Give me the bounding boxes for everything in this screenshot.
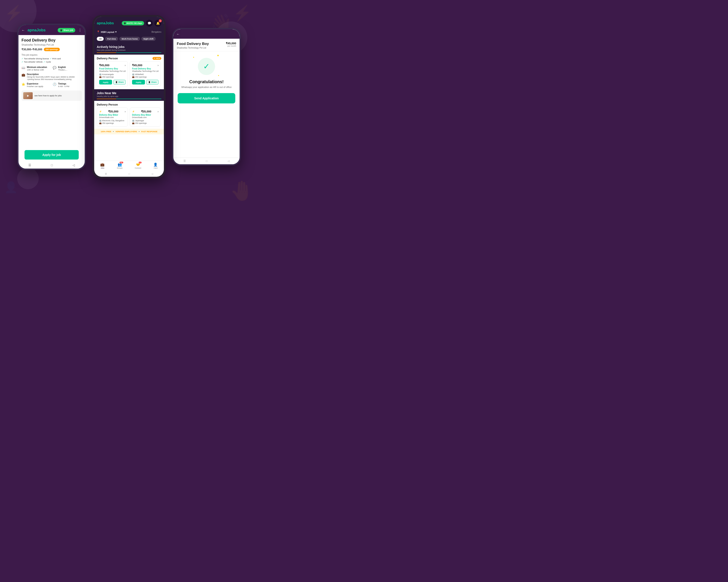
job-salary-3: ⚡ ₹35,000 › <box>99 110 126 113</box>
info-experience: ⭐ Experience Fresher can apply <box>22 83 51 87</box>
dropdown-icon: ▾ <box>115 30 116 33</box>
hamburger-icon[interactable]: ☰ <box>28 163 31 167</box>
section-underline <box>97 52 161 53</box>
apply-button-2[interactable]: Apply <box>132 80 145 84</box>
openings-icon: 💼 <box>99 76 102 78</box>
delivery-category: Delivery Person ✦ NEW <box>94 55 164 61</box>
info-english: 💬 English Thoda L... <box>53 66 82 71</box>
jobs-scroll: Delivery Person ✦ NEW ₹45,000 › Food Del… <box>94 55 164 134</box>
job-salary-4: ⚡ ₹35,000 › <box>132 110 158 113</box>
right-back-icon[interactable]: ← <box>176 32 180 36</box>
right-job-header: Food Delivery Boy Shadowfax Technology P… <box>173 39 240 51</box>
back-nav-icon[interactable]: ◁ <box>151 173 153 175</box>
square-nav-icon[interactable]: □ <box>128 173 130 175</box>
filter-parttime[interactable]: Part-time <box>105 37 118 41</box>
job-openings-1: 💼 250 openings <box>99 76 126 78</box>
location-bar: 📍 HSR Layout ▾ Bengaluru <box>94 29 164 35</box>
education-icon: 📖 <box>22 66 25 70</box>
notification-button[interactable]: 🔔 4 <box>154 20 161 27</box>
square-icon[interactable]: □ <box>206 160 207 162</box>
video-banner[interactable]: ▶ see here how to apply for jobs <box>22 90 82 101</box>
right-screen: ← Food Delivery Boy Shadowfax Technology… <box>173 29 240 164</box>
location-icon: 🏢 <box>132 73 134 76</box>
location-icon: 🏢 <box>99 73 102 76</box>
filter-all[interactable]: All <box>97 37 104 41</box>
left-screen: ← apnaJobs 📱 Share job ⋮ Food Delivery B… <box>19 25 85 168</box>
openings-badge-left: 250 openings <box>44 48 60 51</box>
arrow-icon: › <box>158 110 158 113</box>
section-underline-2 <box>97 99 161 99</box>
app-logo-center: apnaJobs <box>97 21 114 25</box>
apply-job-button[interactable]: Apply for job <box>25 150 79 160</box>
message-icon: 💬 <box>148 22 151 25</box>
congrats-title: Congratulations! <box>178 79 235 84</box>
jobs-row-1: ₹45,000 › Food Delivery Boy Shadowfax Te… <box>94 61 164 89</box>
back-arrow-icon[interactable]: ← <box>22 28 25 32</box>
briefcase-icon: 💼 <box>22 73 25 77</box>
center-screen: apnaJobs 📱 INVITE +50 claps 💬 🔔 4 📍 <box>94 17 164 177</box>
promo-text-1: 100% FREE <box>101 131 111 133</box>
center-header: apnaJobs 📱 INVITE +50 claps 💬 🔔 4 <box>94 17 164 29</box>
info-value: Thoda L... <box>58 69 67 71</box>
send-application-button[interactable]: Send Application <box>178 93 235 103</box>
jobs-near-header: Jobs Near Me Nearby jobs by apna app <box>94 89 164 101</box>
hamburger-icon[interactable]: ☰ <box>183 160 186 162</box>
job-card-1: ₹45,000 › Food Delivery Boy Shadowfax Te… <box>97 61 128 87</box>
success-circle: ✓ <box>198 58 215 75</box>
apply-button-1[interactable]: Apply <box>99 80 112 84</box>
info-timings: 🕐 Timings 9 AM - 6 PM <box>53 83 82 87</box>
filter-night[interactable]: Night shift <box>141 37 156 41</box>
card-actions-1: Apply 📱 Share <box>99 80 126 84</box>
nav-groups[interactable]: 👥 99+ Groups <box>117 162 122 169</box>
new-badge: ✦ NEW <box>153 57 161 60</box>
dot-1: • <box>113 131 114 133</box>
back-nav-icon[interactable]: ◁ <box>73 163 75 167</box>
info-label: Timings <box>58 83 69 85</box>
lightning-icon: ⚡ <box>99 110 102 113</box>
more-options-icon[interactable]: ⋮ <box>78 28 82 32</box>
whatsapp-small-icon: 📱 <box>124 22 126 24</box>
location-icon: 🏢 <box>132 120 134 122</box>
back-icon[interactable]: ◁ <box>228 160 230 162</box>
invite-button[interactable]: 📱 INVITE +50 claps <box>122 21 144 25</box>
location-icon: 🏢 <box>99 120 102 122</box>
job-name-3[interactable]: Delivery Boy Biker <box>99 114 126 116</box>
info-value: Hiring for food DELIVERY boys earn 30000… <box>27 76 82 80</box>
chat-button[interactable]: 💬 <box>146 20 153 27</box>
phone-left: ← apnaJobs 📱 Share job ⋮ Food Delivery B… <box>17 24 86 170</box>
job-company-3: Drivershaab.com <box>99 116 126 118</box>
star-icon: ⭐ <box>22 83 25 86</box>
check-mark-icon: ✓ <box>203 62 210 71</box>
openings-icon: 💼 <box>132 122 134 124</box>
jobs-near-title: Jobs Near Me <box>97 91 161 95</box>
nav-jobs[interactable]: 💼 Jobs <box>100 162 105 169</box>
job-name-4[interactable]: Delivery Boy Biker <box>132 114 158 116</box>
sparkle-bottom-right: ✦ <box>218 74 219 77</box>
promo-text-2: VERIFIED EMPLOYERS <box>115 131 137 133</box>
right-job-title: Food Delivery Boy <box>177 42 209 46</box>
nav-connect[interactable]: 🤝 17 Connect <box>135 162 141 169</box>
clock-icon: 🕐 <box>53 83 56 86</box>
location-selector[interactable]: 📍 HSR Layout ▾ <box>97 30 116 33</box>
left-header: ← apnaJobs 📱 Share job ⋮ <box>19 25 85 35</box>
hamburger-nav-icon[interactable]: ☰ <box>105 173 107 175</box>
sparkle-top-right: ✦ <box>216 54 219 58</box>
promo-text-3: FAST RESPONSE <box>141 131 157 133</box>
job-company-1: Shadowfax Technology Pvt Ltd <box>99 70 126 72</box>
nav-card[interactable]: 👤 Card <box>153 162 158 169</box>
company-name-left: Shadowfax Technology Pvt Ltd <box>22 44 82 46</box>
job-name-1[interactable]: Food Delivery Boy <box>99 68 126 70</box>
share-button-2[interactable]: 📱 Share <box>146 80 158 84</box>
share-job-button[interactable]: 📱 Share job <box>58 28 75 32</box>
location-icon: 📍 <box>97 30 100 33</box>
filter-wfh[interactable]: Work from home <box>119 37 140 41</box>
job-openings-3: 💼 250 openings <box>99 122 126 124</box>
job-card-2: ₹45,000 › Food Delivery Boy Shadowfax Te… <box>130 61 161 87</box>
jobs-nav-icon: 💼 <box>100 162 105 167</box>
video-text: see here how to apply for jobs <box>34 95 62 97</box>
job-name-2[interactable]: Food Delivery Boy <box>132 68 158 70</box>
arrow-icon: › <box>158 64 158 67</box>
right-company: Shadowfax Technology Pvt Ltd <box>177 47 209 49</box>
share-button-1[interactable]: 📱 Share <box>113 80 126 84</box>
square-icon[interactable]: □ <box>51 163 53 167</box>
